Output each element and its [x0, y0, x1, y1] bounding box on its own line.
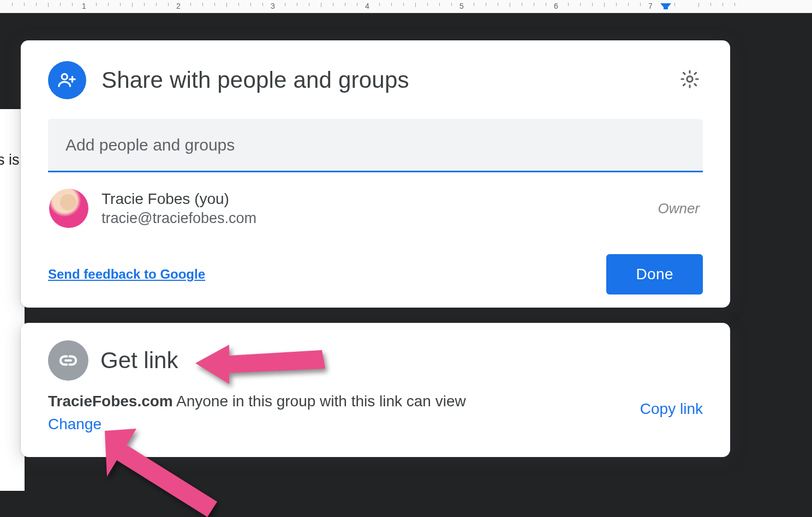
svg-rect-1 — [664, 5, 668, 9]
ruler-num: 7 — [648, 2, 653, 10]
svg-point-3 — [687, 76, 692, 82]
link-description-rest: Anyone in this group with this link can … — [173, 393, 466, 410]
change-link-access-button[interactable]: Change — [48, 416, 101, 433]
person-name: Tracie Fobes (you) — [101, 190, 658, 208]
share-dialog-title: Share with people and groups — [101, 67, 677, 93]
get-link-title: Get link — [100, 347, 178, 374]
copy-link-button[interactable]: Copy link — [640, 400, 703, 418]
svg-point-2 — [62, 74, 67, 80]
link-description: TracieFobes.com Anyone in this group wit… — [48, 393, 640, 410]
ruler-num: 2 — [176, 2, 181, 10]
share-person-row: Tracie Fobes (you) tracie@traciefobes.co… — [48, 189, 703, 228]
link-icon — [48, 340, 88, 381]
add-people-field[interactable] — [48, 119, 703, 172]
share-dialog: Share with people and groups Tracie Fobe… — [21, 40, 730, 308]
person-add-icon — [48, 61, 86, 99]
ruler-num: 3 — [271, 2, 275, 10]
link-domain: TracieFobes.com — [48, 393, 173, 410]
done-button[interactable]: Done — [606, 254, 703, 294]
get-link-panel: Get link TracieFobes.com Anyone in this … — [21, 323, 730, 457]
share-settings-button[interactable] — [677, 67, 703, 93]
page-text-fragment: s is — [0, 152, 20, 168]
hanging-indent-icon[interactable] — [664, 5, 669, 10]
person-email: tracie@traciefobes.com — [101, 210, 658, 227]
person-role: Owner — [658, 200, 700, 217]
ruler-num: 1 — [82, 2, 86, 10]
send-feedback-link[interactable]: Send feedback to Google — [48, 267, 205, 282]
ruler: 1 2 3 4 5 6 7 — [0, 0, 812, 13]
ruler-num: 5 — [459, 2, 464, 10]
ruler-num: 4 — [365, 2, 369, 10]
avatar — [49, 189, 88, 228]
gear-icon — [679, 69, 700, 92]
ruler-num: 6 — [554, 2, 558, 10]
add-people-input[interactable] — [64, 135, 686, 155]
